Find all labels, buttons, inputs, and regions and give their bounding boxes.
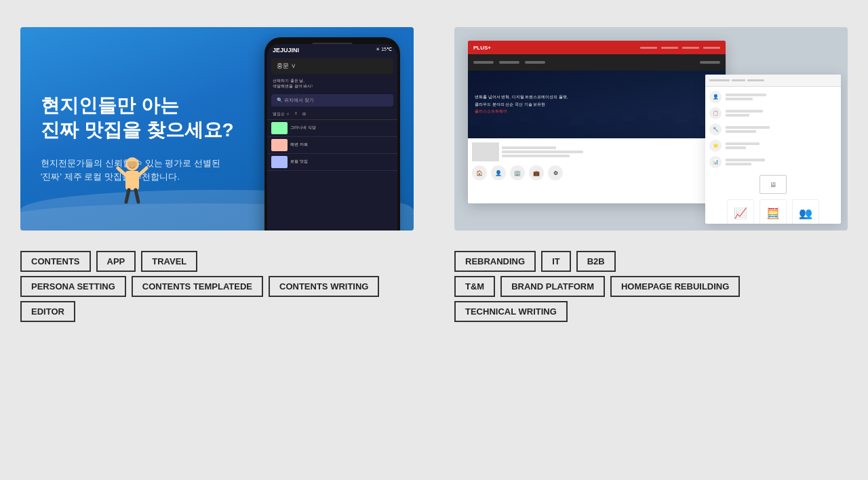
phone-list-item-2: 해변 카페 <box>267 137 397 154</box>
svg-line-4 <box>126 190 129 202</box>
tag-contents[interactable]: CONTENTS <box>20 251 91 272</box>
phone-list-item-3: 로컬 맛집 <box>267 154 397 171</box>
tag-rebranding[interactable]: REBRANDING <box>454 251 536 272</box>
phone-list-item-1: 그마니네 식당 <box>267 120 397 137</box>
tag-app[interactable]: APP <box>96 251 136 272</box>
calculator-icon: 🧮 <box>760 199 787 224</box>
website-mockup-side: 👤 📋 🔧 <box>705 75 841 224</box>
svg-line-5 <box>136 190 138 202</box>
tag-persona-setting[interactable]: PERSONA SETTING <box>20 276 126 297</box>
left-image-title: 현지인들만 아는 진짜 맛집을 찾으세요? <box>41 94 234 143</box>
left-tags-row-1: CONTENTS APP TRAVEL <box>20 251 197 272</box>
svg-line-2 <box>118 168 125 175</box>
character-illustration <box>115 156 149 210</box>
phone-search: 🔍 위치에서 찾기 <box>271 94 393 106</box>
website-nav <box>468 54 726 71</box>
phone-screen: JEJUJINI ☀ 15℃ 중문 ∨ 선택하기 좋은 날,색달해변을 걸어 봐… <box>267 44 397 231</box>
chart-icon: 📈 <box>727 199 754 224</box>
left-tags-row-3: EDITOR <box>20 301 75 322</box>
website-content: 🏠 👤 🏢 💼 ⚙ <box>468 138 726 184</box>
tag-technical-writing[interactable]: TECHNICAL WRITING <box>454 301 568 322</box>
tag-brand-platform[interactable]: BRAND PLATFORM <box>500 276 605 297</box>
tag-b2b[interactable]: B2B <box>576 251 616 272</box>
tag-travel[interactable]: TRAVEL <box>141 251 197 272</box>
website-hero: 변화를 넘어서 변혁, 디지털 트랜스포메이션의 플랫, 클라우드 분야의 선순… <box>468 71 726 138</box>
tag-editor[interactable]: EDITOR <box>20 301 75 322</box>
bottom-icons-row: 📈 🧮 👥 <box>705 197 841 224</box>
left-card: 현지인들만 아는 진짜 맛집을 찾으세요? 현지전문가들의 신뢰할 수 있는 평… <box>20 27 414 322</box>
svg-rect-6 <box>127 161 137 167</box>
phone-mockup: JEJUJINI ☀ 15℃ 중문 ∨ 선택하기 좋은 날,색달해변을 걸어 봐… <box>264 37 400 231</box>
side-content: 👤 📋 🔧 <box>705 87 841 172</box>
right-tags-row-1: REBRANDING IT B2B <box>454 251 616 272</box>
team-icon: 👥 <box>792 199 819 224</box>
right-card-image: PLUS+ <box>454 27 848 231</box>
icon-row: 🏠 👤 🏢 💼 ⚙ <box>472 165 722 180</box>
svg-line-3 <box>139 168 146 175</box>
svg-rect-1 <box>125 171 139 190</box>
main-container: 현지인들만 아는 진짜 맛집을 찾으세요? 현지전문가들의 신뢰할 수 있는 평… <box>0 0 868 480</box>
left-tags-row-2: PERSONA SETTING CONTENTS TEMPLATEDE CONT… <box>20 276 379 297</box>
website-header-bar: PLUS+ <box>468 41 726 54</box>
phone-app-header: JEJUJINI ☀ 15℃ <box>267 44 397 56</box>
tag-tm[interactable]: T&M <box>454 276 495 297</box>
tag-contents-templatede[interactable]: CONTENTS TEMPLATEDE <box>132 276 263 297</box>
website-mockup-main: PLUS+ <box>468 41 726 203</box>
tag-it[interactable]: IT <box>541 251 571 272</box>
left-card-image: 현지인들만 아는 진짜 맛집을 찾으세요? 현지전문가들의 신뢰할 수 있는 평… <box>20 27 414 231</box>
tag-contents-writing[interactable]: CONTENTS WRITING <box>269 276 379 297</box>
hero-text: 변화를 넘어서 변혁, 디지털 트랜스포메이션의 플랫, 클라우드 분야의 선순… <box>475 94 568 114</box>
side-mockup-header <box>705 75 841 87</box>
tag-homepage-rebuilding[interactable]: HOMEPAGE REBUILDING <box>610 276 740 297</box>
right-card: PLUS+ <box>454 27 848 322</box>
right-tags-row-2: T&M BRAND PLATFORM HOMEPAGE REBUILDING <box>454 276 740 297</box>
right-tags-row-3: TECHNICAL WRITING <box>454 301 568 322</box>
